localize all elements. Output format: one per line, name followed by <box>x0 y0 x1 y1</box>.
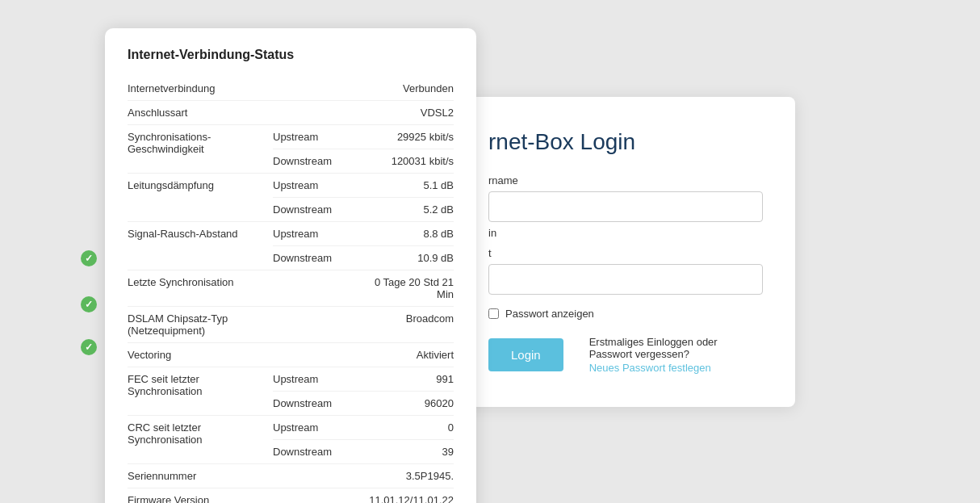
login-title: rnet-Box Login <box>488 129 763 155</box>
row-key <box>273 343 362 367</box>
show-password-label: Passwort anzeigen <box>505 308 594 320</box>
row-label: Anschlussart <box>128 101 273 125</box>
table-row: Leitungsdämpfung Upstream 5.1 dB <box>128 174 454 198</box>
row-value: 991 <box>362 367 454 392</box>
status-panel-title: Internet-Verbindung-Status <box>128 48 454 62</box>
username-label: rname <box>488 174 763 187</box>
row-label: Internetverbindung <box>128 77 273 101</box>
check-icon-1: ✓ <box>81 250 97 266</box>
row-label: Firmware Version <box>128 488 273 504</box>
reset-password-link[interactable]: Neues Passwort festlegen <box>589 362 711 374</box>
row-value: 39 <box>362 440 454 464</box>
row-value: 11.01.12/11.01.22 <box>362 488 454 504</box>
row-value: Verbunden <box>362 77 454 101</box>
row-label: FEC seit letzter Synchronisation <box>128 367 273 416</box>
row-key <box>273 307 362 343</box>
row-key: Downstream <box>273 198 362 222</box>
row-key: Downstream <box>273 392 362 416</box>
row-value: 0 Tage 20 Std 21 Min <box>362 270 454 307</box>
row-key: Downstream <box>273 440 362 464</box>
row-value: 8.8 dB <box>362 222 454 246</box>
row-value: 120031 kbit/s <box>362 149 454 174</box>
row-key <box>273 77 362 101</box>
show-password-checkbox[interactable] <box>488 308 499 319</box>
row-value: 96020 <box>362 392 454 416</box>
row-key: Upstream <box>273 367 362 392</box>
row-value: 10.9 dB <box>362 246 454 270</box>
row-key: Downstream <box>273 149 362 174</box>
row-key <box>273 488 362 504</box>
row-key: Upstream <box>273 125 362 149</box>
row-value: 29925 kbit/s <box>362 125 454 149</box>
row-value: VDSL2 <box>362 101 454 125</box>
row-value: Broadcom <box>362 307 454 343</box>
row-value: Aktiviert <box>362 343 454 367</box>
row-key: Upstream <box>273 222 362 246</box>
check-icon-3: ✓ <box>81 339 97 355</box>
check-icon-2: ✓ <box>81 296 97 312</box>
username-input[interactable] <box>488 191 763 222</box>
show-password-row: Passwort anzeigen <box>488 308 763 320</box>
row-label: DSLAM Chipsatz-Typ (Netzequipment) <box>128 307 273 343</box>
table-row: Internetverbindung Verbunden <box>128 77 454 101</box>
row-label: Letzte Synchronisation <box>128 270 273 307</box>
row-key: Downstream <box>273 246 362 270</box>
table-row: CRC seit letzter Synchronisation Upstrea… <box>128 416 454 440</box>
row-label: Seriennummer <box>128 464 273 488</box>
table-row: Signal-Rausch-Abstand Upstream 8.8 dB <box>128 222 454 246</box>
row-value: 3.5P1945. <box>362 464 454 488</box>
table-row: Anschlussart VDSL2 <box>128 101 454 125</box>
login-help-text: Erstmaliges Einloggen oder Passwort verg… <box>589 336 763 360</box>
row-label: Signal-Rausch-Abstand <box>128 222 273 270</box>
table-row: DSLAM Chipsatz-Typ (Netzequipment) Broad… <box>128 307 454 343</box>
status-table: Internetverbindung Verbunden Anschlussar… <box>128 77 454 503</box>
status-panel: Internet-Verbindung-Status Internetverbi… <box>105 28 476 503</box>
row-label: Vectoring <box>128 343 273 367</box>
row-key <box>273 101 362 125</box>
table-row: FEC seit letzter Synchronisation Upstrea… <box>128 367 454 392</box>
table-row: Vectoring Aktiviert <box>128 343 454 367</box>
login-help-group: Erstmaliges Einloggen oder Passwort verg… <box>589 336 763 375</box>
password-label: t <box>488 247 763 259</box>
row-value: 0 <box>362 416 454 440</box>
row-key: Upstream <box>273 174 362 198</box>
row-value: 5.2 dB <box>362 198 454 222</box>
table-row: Synchronisations-Geschwindigkeit Upstrea… <box>128 125 454 149</box>
row-label: CRC seit letzter Synchronisation <box>128 416 273 464</box>
login-panel: rnet-Box Login rname in t Passwort anzei… <box>456 97 795 407</box>
username-field-group: rname <box>488 174 763 235</box>
login-bottom: Login Erstmaliges Einloggen oder Passwor… <box>488 336 763 375</box>
row-label: Leitungsdämpfung <box>128 174 273 222</box>
table-row: Letzte Synchronisation 0 Tage 20 Std 21 … <box>128 270 454 307</box>
login-button[interactable]: Login <box>488 338 563 371</box>
table-row: Firmware Version 11.01.12/11.01.22 <box>128 488 454 504</box>
password-input[interactable] <box>488 264 763 295</box>
row-value: 5.1 dB <box>362 174 454 198</box>
row-key: Upstream <box>273 416 362 440</box>
row-key <box>273 464 362 488</box>
row-label: Synchronisations-Geschwindigkeit <box>128 125 273 174</box>
password-field-group: t <box>488 247 763 308</box>
table-row: Seriennummer 3.5P1945. <box>128 464 454 488</box>
row-key <box>273 270 362 307</box>
